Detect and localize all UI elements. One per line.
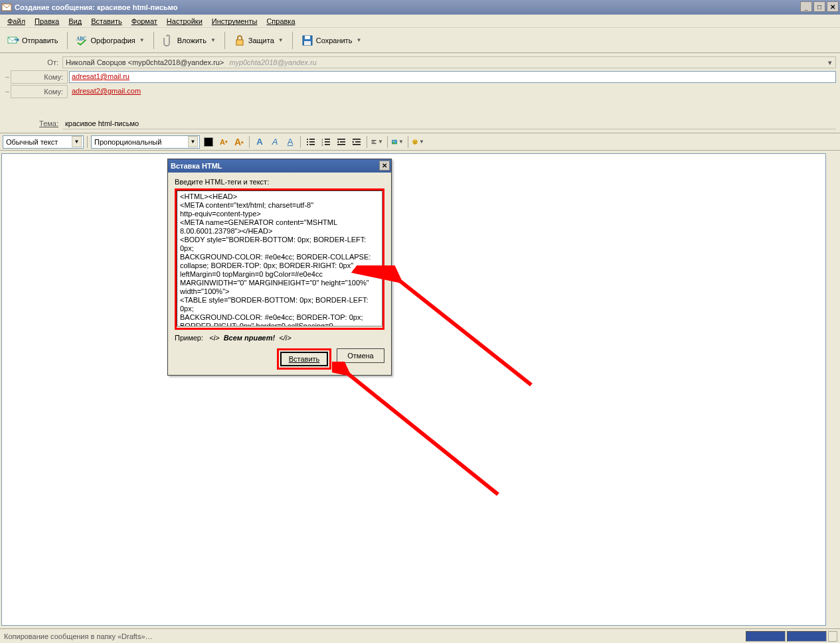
svg-point-30 [413,139,418,144]
separator [153,32,154,49]
separator [224,32,225,49]
svg-point-9 [307,141,308,143]
to-row-1: − Кому: adresat1@mail.ru [4,70,836,84]
from-value: Николай Сворцов <myp0chta2018@yandex.ru> [63,58,224,66]
to-label-button[interactable]: Кому: [11,85,68,98]
send-icon [7,35,19,46]
italic-button[interactable]: A [268,135,282,149]
svg-rect-14 [325,139,330,140]
subject-row: Тема: [4,117,836,130]
svg-rect-10 [309,141,315,143]
svg-point-11 [307,144,308,145]
save-button[interactable]: Сохранить ▼ [297,31,367,50]
text-mode-combo[interactable]: Обычный текст▼ [3,135,84,149]
cancel-button[interactable]: Отмена [337,348,384,363]
insert-image-button[interactable]: ▼ [391,135,404,149]
svg-rect-24 [353,144,361,145]
menu-file[interactable]: Файл [3,16,30,27]
to-input-2[interactable]: adresat2@gmail.com [69,86,836,98]
separator [367,136,367,148]
security-label: Защита [248,36,274,44]
highlight-insert-button: Вставить [277,348,331,370]
message-headers: От: Николай Сворцов <myp0chta2018@yandex… [0,53,840,133]
font-larger-button[interactable]: A▴ [232,135,246,149]
dialog-close-button[interactable]: ✕ [379,161,390,171]
separator [387,136,388,148]
status-cells [746,631,837,642]
dialog-example: Пример: <i> Всем привет! </i> [175,334,384,342]
underline-button[interactable]: A [284,135,297,149]
svg-rect-21 [337,144,345,145]
from-account: myp0chta2018@yandex.ru [229,58,317,66]
separator [87,136,88,148]
status-cell [746,631,786,642]
text-color-button[interactable] [202,135,215,149]
align-button[interactable]: ▼ [371,135,384,149]
close-button[interactable]: ✕ [827,1,839,12]
dialog-titlebar: Вставка HTML ✕ [168,159,391,173]
insert-button[interactable]: Вставить [280,352,328,366]
menu-insert[interactable]: Вставить [86,16,127,27]
resize-grip[interactable] [828,631,837,642]
attach-button[interactable]: Вложить ▼ [158,31,220,50]
menu-format[interactable]: Формат [127,16,162,27]
from-label: От: [4,56,62,69]
send-label: Отправить [22,36,58,44]
remove-recipient-icon[interactable]: − [4,88,11,96]
svg-rect-27 [372,143,377,143]
font-combo[interactable]: Пропорциональный▼ [91,135,200,149]
dialog-prompt: Введите HTML-теги и текст: [175,178,384,186]
menu-edit[interactable]: Правка [30,16,64,27]
app-icon [1,2,12,13]
save-label: Сохранить [316,36,353,44]
save-icon [301,35,313,46]
numbered-list-button[interactable]: 123 [319,135,333,149]
menu-options[interactable]: Настройки [162,16,207,27]
indent-button[interactable] [350,135,363,149]
insert-html-dialog: Вставка HTML ✕ Введите HTML-теги и текст… [167,159,392,376]
dialog-title: Вставка HTML [171,162,222,170]
separator [300,136,301,148]
insert-emoji-button[interactable]: ▼ [412,135,425,149]
menu-tools[interactable]: Инструменты [207,16,262,27]
right-gutter [827,153,839,626]
svg-rect-26 [372,141,375,142]
highlight-textarea [175,188,384,330]
font-smaller-button[interactable]: A▾ [217,135,230,149]
outdent-button[interactable] [335,135,348,149]
svg-rect-20 [340,141,345,143]
bold-button[interactable]: A [253,135,266,149]
send-button[interactable]: Отправить [3,31,63,50]
svg-rect-16 [325,141,330,143]
dialog-body: Введите HTML-теги и текст: Пример: <i> В… [168,173,391,375]
to-input-1[interactable]: adresat1@mail.ru [69,71,836,83]
dropdown-arrow-icon: ▼ [356,37,361,43]
svg-rect-5 [305,36,310,39]
html-input-textarea[interactable] [177,190,382,326]
window-title: Создание сообщения: красивое html-письмо [15,3,178,11]
menu-help[interactable]: Справка [262,16,299,27]
spellcheck-button[interactable]: ABC Орфография ▼ [72,31,149,50]
svg-point-32 [416,141,416,141]
to-label-button[interactable]: Кому: [11,70,68,84]
svg-rect-23 [355,141,361,143]
separator [292,32,293,49]
menu-view[interactable]: Вид [64,16,86,27]
minimize-button[interactable]: _ [800,1,812,12]
svg-rect-8 [309,139,315,140]
from-dropdown-icon[interactable]: ▾ [825,58,835,67]
statusbar: Копирование сообщения в папку «Drafts»… [0,628,840,643]
window-titlebar: Создание сообщения: красивое html-письмо… [0,0,840,15]
svg-point-7 [307,139,308,140]
spellcheck-icon: ABC [76,35,88,46]
paperclip-icon [163,35,175,46]
svg-rect-12 [309,144,315,145]
dropdown-arrow-icon: ▼ [278,37,284,43]
subject-input[interactable] [62,117,836,129]
remove-recipient-icon[interactable]: − [4,73,11,81]
bullet-list-button[interactable] [304,135,317,149]
security-button[interactable]: Защита ▼ [229,31,288,50]
maximize-button[interactable]: □ [813,1,825,12]
message-body-editor[interactable] [1,153,826,626]
window-controls: _ □ ✕ [800,1,839,12]
